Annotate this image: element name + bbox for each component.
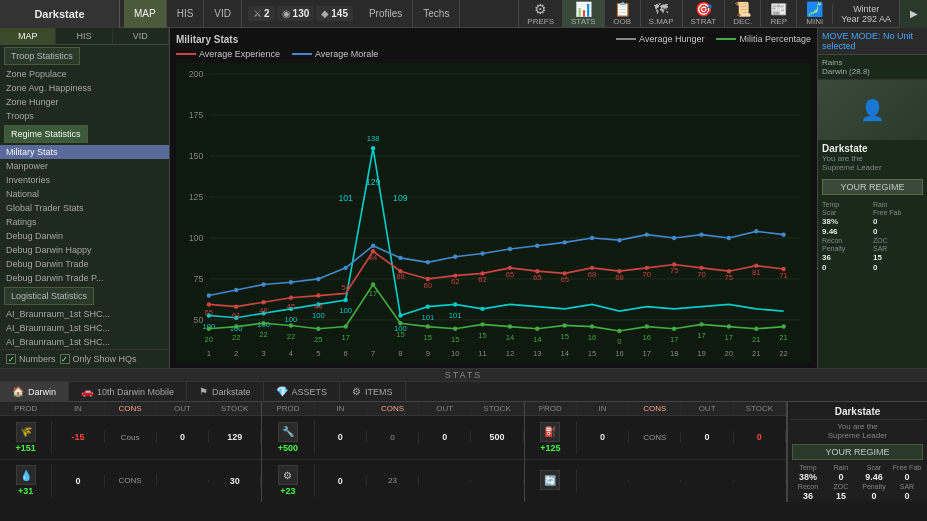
tab-assets[interactable]: 💎 ASSETS xyxy=(264,382,341,402)
stat-debug-trade[interactable]: Debug Darwin Trade xyxy=(0,257,169,271)
dec-btn[interactable]: 📜 DEC. xyxy=(724,0,760,28)
regime-info: Darkstate You are theSupreme Leader xyxy=(818,140,927,175)
troop-stats-btn[interactable]: Troop Statistics xyxy=(4,47,80,65)
items-icon: ⚙ xyxy=(352,386,361,397)
logistical-stats-btn[interactable]: Logistical Statistics xyxy=(4,287,94,305)
svg-text:150: 150 xyxy=(189,151,204,161)
your-regime-btn[interactable]: YOUR REGIME xyxy=(822,179,923,195)
svg-text:9: 9 xyxy=(426,349,430,358)
chart-legend-right: Average Hunger Militia Percentage xyxy=(616,34,811,44)
tab-items[interactable]: ⚙ ITEMS xyxy=(340,382,406,402)
stat-debug-trade-p[interactable]: Debug Darwin Trade P... xyxy=(0,271,169,285)
show-hqs-box[interactable] xyxy=(60,354,70,364)
mini-btn[interactable]: 🗾 MINI xyxy=(796,0,832,28)
svg-text:21: 21 xyxy=(752,335,761,344)
freefab-val: 0 xyxy=(873,227,923,236)
smap-btn[interactable]: 🗺 S.MAP xyxy=(640,0,682,28)
freefab-label: Free Fab xyxy=(873,209,923,216)
svg-point-156 xyxy=(508,247,512,251)
numbers-checkbox-box[interactable] xyxy=(6,354,16,364)
svg-text:0: 0 xyxy=(617,337,621,346)
nav-tab-vid[interactable]: VID xyxy=(204,0,242,28)
resource-row-3a: ⛽ +125 0 CONS 0 0 xyxy=(525,416,786,459)
res-cons-2b: 23 xyxy=(367,475,419,486)
gold-val: 130 xyxy=(293,8,310,19)
svg-point-155 xyxy=(480,251,484,255)
res-in-1b: 0 xyxy=(52,475,104,487)
stat-ratings[interactable]: Ratings xyxy=(0,215,169,229)
counters: ⚔ 2 ◉ 130 ◆ 145 xyxy=(242,6,359,21)
your-regime-label-btn[interactable]: YOUR REGIME xyxy=(792,444,923,460)
tab-darkstate-label: Darkstate xyxy=(212,387,251,397)
counter-resource[interactable]: ◆ 145 xyxy=(316,6,353,21)
res-out-val-1: 0 xyxy=(180,432,185,442)
svg-text:54: 54 xyxy=(341,283,350,292)
svg-text:5: 5 xyxy=(316,349,320,358)
nav-tab-his[interactable]: HIS xyxy=(167,0,205,28)
stat-military[interactable]: Military Stats xyxy=(0,145,169,159)
stat-global-trader[interactable]: Global Trader Stats xyxy=(0,201,169,215)
stat-ai-braun3[interactable]: AI_Braunraum_1st SHC... xyxy=(0,335,169,349)
tab-10th-darwin[interactable]: 🚗 10th Darwin Mobile xyxy=(69,382,187,402)
tab-darwin-label: Darwin xyxy=(28,387,56,397)
stat-manpower[interactable]: Manpower xyxy=(0,159,169,173)
counter-gold[interactable]: ◉ 130 xyxy=(277,6,315,21)
stat-zone-happy[interactable]: Zone Avg. Happiness xyxy=(0,81,169,95)
strat-btn[interactable]: 🎯 STRAT xyxy=(682,0,725,28)
svg-text:138: 138 xyxy=(367,133,380,142)
stat-debug-happy[interactable]: Debug Darwin Happy xyxy=(0,243,169,257)
prefs-btn[interactable]: ⚙ PREFS xyxy=(518,0,562,28)
tab-items-label: ITEMS xyxy=(365,387,393,397)
svg-text:65: 65 xyxy=(506,270,515,279)
techs-btn[interactable]: Techs xyxy=(413,0,460,28)
tab-darkstate[interactable]: ⚑ Darkstate xyxy=(187,382,264,402)
regime-stats-btn[interactable]: Regime Statistics xyxy=(4,125,88,143)
stat-national[interactable]: National xyxy=(0,187,169,201)
stat-ai-braun2[interactable]: AI_Braunraum_1st SHC... xyxy=(0,321,169,335)
svg-text:65: 65 xyxy=(560,275,569,284)
stat-debug-darwin[interactable]: Debug Darwin xyxy=(0,229,169,243)
res-out-3b xyxy=(681,480,733,482)
stat-zone-hunger[interactable]: Zone Hunger xyxy=(0,95,169,109)
profiles-btn[interactable]: Profiles xyxy=(359,0,413,28)
stat-zone-pop[interactable]: Zone Populace xyxy=(0,67,169,81)
mhv-vid[interactable]: VID xyxy=(113,28,169,44)
svg-point-39 xyxy=(289,296,293,300)
zoc-val: 15 xyxy=(873,253,923,262)
stat-inventories[interactable]: Inventories xyxy=(0,173,169,187)
svg-point-151 xyxy=(371,244,375,248)
top-bar: Darkstate MAP HIS VID ⚔ 2 ◉ 130 ◆ 145 Pr… xyxy=(0,0,927,28)
svg-text:20: 20 xyxy=(205,335,214,344)
ds-stats-grid: Temp Rain Scar Free Fab 38% 0 9.46 0 Rec… xyxy=(790,462,925,503)
svg-text:14: 14 xyxy=(560,349,569,358)
svg-text:16: 16 xyxy=(643,333,652,342)
stat-ai-braun1[interactable]: AI_Braunraum_1st SHC... xyxy=(0,307,169,321)
tab-darwin[interactable]: 🏠 Darwin xyxy=(0,382,69,402)
svg-point-99 xyxy=(754,327,758,331)
legend-mil-label: Militia Percentage xyxy=(739,34,811,44)
svg-text:22: 22 xyxy=(232,333,241,342)
stats-bar: STATS xyxy=(0,368,927,382)
oob-btn[interactable]: 📋 OOB xyxy=(604,0,640,28)
res-cons-3b xyxy=(629,480,681,482)
numbers-checkbox[interactable]: Numbers xyxy=(6,354,56,364)
svg-text:22: 22 xyxy=(287,332,296,341)
show-hqs-checkbox[interactable]: Only Show HQs xyxy=(60,354,137,364)
rep-btn[interactable]: 📰 REP xyxy=(760,0,796,28)
stat-list: Troop Statistics Zone Populace Zone Avg.… xyxy=(0,45,169,349)
recon-label: Recon xyxy=(822,237,872,244)
mhv-map[interactable]: MAP xyxy=(0,28,56,44)
counter-swords[interactable]: ⚔ 2 xyxy=(248,6,275,21)
strat-icon: 🎯 xyxy=(695,1,712,17)
stats-btn[interactable]: 📊 STATS xyxy=(562,0,604,28)
resource-val: 145 xyxy=(331,8,348,19)
svg-text:15: 15 xyxy=(424,333,433,342)
svg-text:200: 200 xyxy=(189,69,204,79)
mhv-his[interactable]: HIS xyxy=(56,28,112,44)
minimap-btn[interactable]: ▶ xyxy=(899,0,927,28)
nav-tab-map[interactable]: MAP xyxy=(124,0,167,28)
stat-troops[interactable]: Troops xyxy=(0,109,169,123)
res-in-2: 0 xyxy=(315,431,367,443)
top-right-buttons: ⚙ PREFS 📊 STATS 📋 OOB 🗺 S.MAP 🎯 STRAT 📜 … xyxy=(518,0,927,28)
svg-point-163 xyxy=(699,232,703,236)
